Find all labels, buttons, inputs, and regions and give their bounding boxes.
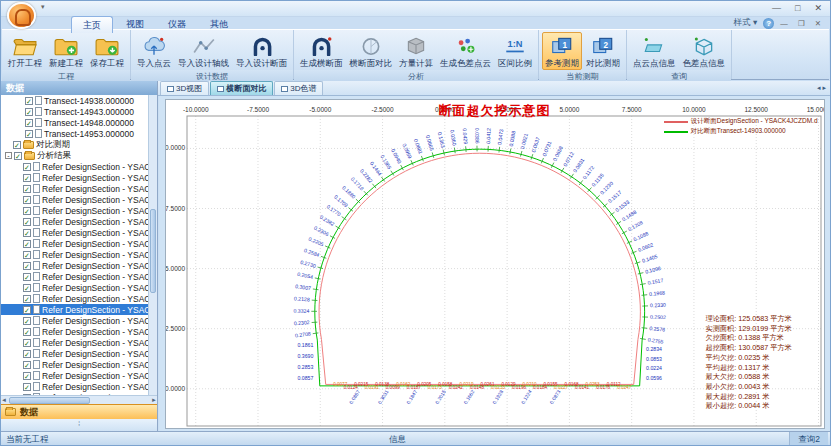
tree-item-refer[interactable]: ✓Refer DesignSection - YSACK4JCZDI <box>1 205 148 216</box>
doc-tab-3D色谱[interactable]: 3D色谱 <box>274 81 323 95</box>
tree-item-transect[interactable]: ✓Transect-14948.000000 <box>1 117 148 128</box>
ribbon-tab-仪器[interactable]: 仪器 <box>157 16 197 33</box>
ribbon-button-生成色差点云[interactable]: 生成色差点云 <box>437 32 494 70</box>
ribbon-button-点云点信息[interactable]: 点云点信息 <box>630 32 679 70</box>
checkbox-icon[interactable]: ✓ <box>23 262 31 270</box>
ribbon-button-导入设计断面[interactable]: 导入设计断面 <box>233 32 290 70</box>
quick-access-arrow-icon[interactable]: ▾ <box>41 3 45 11</box>
checkbox-icon[interactable]: ✓ <box>23 350 31 358</box>
floor-annotation-blue: 0.1928 <box>491 389 504 405</box>
ribbon-mini-window-controls[interactable]: — ❐ ✕ <box>780 19 825 28</box>
ribbon-button-方量计算[interactable]: 方量计算 <box>396 32 436 70</box>
tree-item-refer[interactable]: ✓Refer DesignSection - YSACK4JCZDI <box>1 282 148 293</box>
checkbox-icon[interactable]: ✓ <box>23 306 31 314</box>
tree-vertical-scrollbar[interactable] <box>148 95 157 395</box>
tree-item-refer[interactable]: ✓Refer DesignSection - YSACK4JCZDI <box>1 161 148 172</box>
file-icon <box>35 96 42 105</box>
ribbon-tab-其他[interactable]: 其他 <box>199 16 239 33</box>
checkbox-icon[interactable]: ✓ <box>23 207 31 215</box>
style-dropdown[interactable]: 样式 ▾ <box>734 17 758 29</box>
checkbox-icon[interactable]: ✓ <box>23 361 31 369</box>
checkbox-icon[interactable]: ✓ <box>23 295 31 303</box>
tree-item-refer[interactable]: ✓Refer DesignSection - YSACK4JCZDI <box>1 370 148 381</box>
tree-item-refer[interactable]: ✓Refer DesignSection - YSACK4JCZDI <box>1 271 148 282</box>
checkbox-icon[interactable]: ✓ <box>25 108 33 116</box>
sidebar-collapse-grip[interactable]: ⁞ <box>1 419 157 431</box>
tree-item-refer[interactable]: ✓Refer DesignSection - YSACK4JCZDI <box>1 238 148 249</box>
tree-item-refer[interactable]: ✓Refer DesignSection - YSACK4JCZDI <box>1 392 148 395</box>
ribbon-button-对比测期[interactable]: 2对比测期 <box>583 32 623 70</box>
ribbon-button-参考测期[interactable]: 1参考测期 <box>542 32 582 70</box>
checkbox-icon[interactable]: ✓ <box>23 196 31 204</box>
tree-item-transect[interactable]: ✓Transect-14938.000000 <box>1 95 148 106</box>
ribbon-button-横断面对比[interactable]: 横断面对比 <box>347 32 396 70</box>
tree-item-transect[interactable]: ✓Transect-14943.000000 <box>1 106 148 117</box>
tree-item-refer[interactable]: ✓Refer DesignSection - YSACK4JCZDI <box>1 359 148 370</box>
checkbox-icon[interactable]: ✓ <box>23 317 31 325</box>
sidebar-panel-tab-data[interactable]: 数据 <box>1 404 157 419</box>
y-tick-label: 2.5000 <box>166 325 185 332</box>
doc-tab-3D视图[interactable]: 3D视图 <box>160 81 209 95</box>
tree-item-refer[interactable]: ✓Refer DesignSection - YSACK4JCZDI <box>1 227 148 238</box>
checkbox-icon[interactable]: ✓ <box>14 152 22 160</box>
tree-item-refer[interactable]: ✓Refer DesignSection - YSACK4JCZDI <box>1 304 148 315</box>
tree-folder-compare[interactable]: ✓对比测期 <box>1 139 148 150</box>
help-icon[interactable]: ? <box>763 18 774 29</box>
checkbox-icon[interactable]: ✓ <box>23 251 31 259</box>
checkbox-icon[interactable]: ✓ <box>13 141 21 149</box>
tab-scroll-arrows[interactable]: ◂ ▸ <box>817 84 826 92</box>
ribbon-button-区间比例[interactable]: 1:N区间比例 <box>495 32 535 70</box>
checkbox-icon[interactable]: ✓ <box>25 130 33 138</box>
close-button[interactable]: ✕ <box>814 3 822 13</box>
checkbox-icon[interactable]: ✓ <box>23 174 31 182</box>
tree-item-refer[interactable]: ✓Refer DesignSection - YSACK4JCZDI <box>1 260 148 271</box>
ribbon-button-打开工程[interactable]: 打开工程 <box>5 32 45 70</box>
expander-icon[interactable]: - <box>5 152 12 159</box>
minimize-button[interactable]: — <box>772 3 781 13</box>
checkbox-icon[interactable]: ✓ <box>23 383 31 391</box>
ribbon-button-色差点信息[interactable]: 色差点信息 <box>680 32 729 70</box>
tree-item-refer[interactable]: ✓Refer DesignSection - YSACK4JCZDI <box>1 293 148 304</box>
ribbon-button-新建工程[interactable]: 新建工程 <box>46 32 86 70</box>
scroll-right-icon[interactable]: ► <box>151 397 157 403</box>
checkbox-icon[interactable]: ✓ <box>23 163 31 171</box>
tree-horizontal-scrollbar[interactable]: ◄► <box>1 395 157 404</box>
ribbon-tab-主页[interactable]: 主页 <box>71 16 113 33</box>
ribbon-button-导入点云[interactable]: 导入点云 <box>134 32 174 70</box>
doc-tab-横断面对比[interactable]: 横断面对比 <box>210 81 273 95</box>
checkbox-icon[interactable]: ✓ <box>23 328 31 336</box>
scroll-left-icon[interactable]: ◄ <box>1 397 7 403</box>
tree-folder-results[interactable]: -✓分析结果 <box>1 150 148 161</box>
checkbox-icon[interactable]: ✓ <box>23 218 31 226</box>
tree-item-refer[interactable]: ✓Refer DesignSection - YSACK4JCZDI <box>1 216 148 227</box>
checkbox-icon[interactable]: ✓ <box>23 273 31 281</box>
maximize-button[interactable]: □ <box>795 3 800 13</box>
ribbon-button-保存工程[interactable]: 保存工程 <box>87 32 127 70</box>
status-query[interactable]: 查询2 <box>789 432 828 445</box>
tree-item-refer[interactable]: ✓Refer DesignSection - YSACK4JCZDI <box>1 348 148 359</box>
checkbox-icon[interactable]: ✓ <box>23 229 31 237</box>
checkbox-icon[interactable]: ✓ <box>23 185 31 193</box>
tree-item-refer[interactable]: ✓Refer DesignSection - YSACK4JCZDI <box>1 172 148 183</box>
ribbon-button-生成横断面[interactable]: 生成横断面 <box>297 32 346 70</box>
checkbox-icon[interactable]: ✓ <box>23 284 31 292</box>
tree-item-refer[interactable]: ✓Refer DesignSection - YSACK4JCZDI <box>1 249 148 260</box>
checkbox-icon[interactable]: ✓ <box>23 240 31 248</box>
tree-item-refer[interactable]: ✓Refer DesignSection - YSACK4JCZDI <box>1 194 148 205</box>
tree-item-refer[interactable]: ✓Refer DesignSection - YSACK4JCZDI <box>1 381 148 392</box>
checkbox-icon[interactable]: ✓ <box>25 119 33 127</box>
tree-item-label: Refer DesignSection - YSACK4JCZDI <box>42 294 148 304</box>
checkbox-icon[interactable]: ✓ <box>23 394 31 396</box>
checkbox-icon[interactable]: ✓ <box>23 339 31 347</box>
tree-item-label: Refer DesignSection - YSACK4JCZDI <box>42 316 148 326</box>
ribbon-tab-视图[interactable]: 视图 <box>115 16 155 33</box>
tree-item-transect[interactable]: ✓Transect-14953.000000 <box>1 128 148 139</box>
tree-item-refer[interactable]: ✓Refer DesignSection - YSACK4JCZDI <box>1 315 148 326</box>
tree-item-refer[interactable]: ✓Refer DesignSection - YSACK4JCZDI <box>1 183 148 194</box>
app-logo-icon[interactable] <box>7 2 36 29</box>
checkbox-icon[interactable]: ✓ <box>23 372 31 380</box>
tree-item-refer[interactable]: ✓Refer DesignSection - YSACK4JCZDI <box>1 326 148 337</box>
checkbox-icon[interactable]: ✓ <box>25 97 33 105</box>
ribbon-button-导入设计轴线[interactable]: 导入设计轴线 <box>175 32 232 70</box>
tree-item-refer[interactable]: ✓Refer DesignSection - YSACK4JCZDI <box>1 337 148 348</box>
